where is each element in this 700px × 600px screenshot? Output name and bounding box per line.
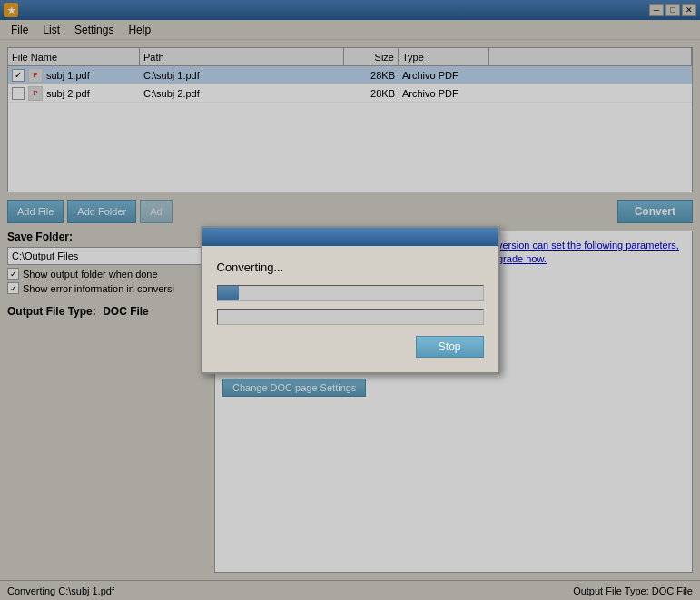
modal-titlebar bbox=[202, 228, 498, 246]
stop-button[interactable]: Stop bbox=[416, 336, 484, 358]
modal-dialog: Converting... Stop bbox=[201, 226, 500, 374]
modal-overlay: Converting... Stop bbox=[0, 0, 700, 600]
progress-bar-1 bbox=[217, 285, 484, 301]
modal-body: Converting... Stop bbox=[202, 246, 498, 372]
converting-label: Converting... bbox=[217, 261, 484, 274]
progress-bar-1-fill bbox=[218, 286, 239, 300]
progress-bar-2 bbox=[217, 309, 484, 325]
